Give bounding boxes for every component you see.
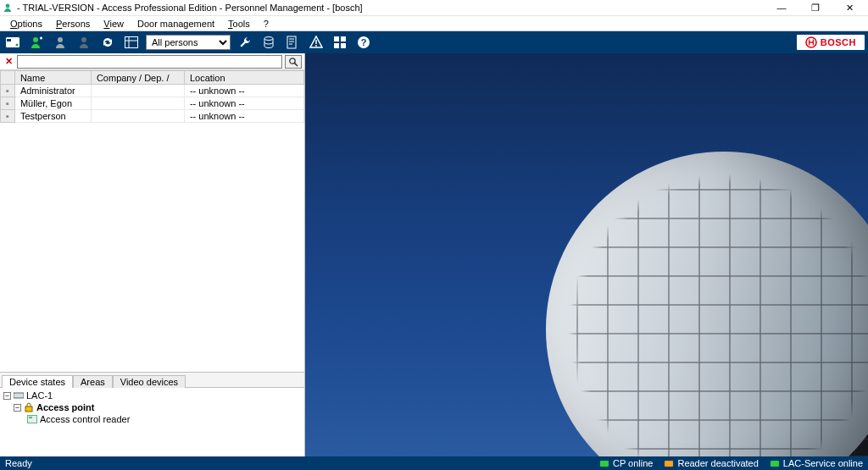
help-icon[interactable]: ? [354,34,373,51]
tree-leaf[interactable]: Access control reader [3,413,301,425]
svg-line-28 [295,63,298,65]
search-input[interactable] [17,55,282,69]
status-reader-label: Reader deactivated [677,458,758,468]
svg-rect-17 [334,36,339,41]
bottom-panel: Device states Areas Video devices − LAC-… [0,372,304,456]
tree-node[interactable]: − Access point [3,401,301,413]
svg-rect-26 [809,41,814,42]
reader-icon [27,414,37,424]
svg-point-3 [16,44,19,47]
magnifier-icon [288,57,298,67]
tab-video-devices[interactable]: Video devices [113,375,186,388]
cell-name: Administrator [14,85,91,97]
svg-rect-29 [14,393,24,398]
svg-text:?: ? [361,37,367,47]
tree-collapse-icon[interactable]: − [3,392,11,400]
menu-view[interactable]: View [97,17,131,30]
col-location-header[interactable]: Location [184,71,303,85]
app-icon [2,2,14,14]
table-header-row: Name Company / Dep. / Location [1,71,304,85]
alert-icon[interactable] [307,34,326,51]
search-button[interactable] [285,55,302,69]
database-icon[interactable] [259,34,278,51]
left-panel: ✕ Name Company / Dep. / Location [0,53,305,456]
svg-rect-19 [334,43,339,48]
menu-persons[interactable]: Persons [49,17,97,30]
table-row[interactable]: ▪ Müller, Egon -- unknown -- [1,97,304,110]
led-green-icon [600,461,609,467]
grid-icon[interactable] [331,34,349,51]
card-icon[interactable] [3,34,22,51]
add-person-icon[interactable] [27,34,46,51]
lock-icon [24,402,34,412]
svg-point-0 [6,4,10,8]
layout-icon[interactable] [122,34,141,51]
svg-rect-30 [25,406,32,412]
svg-point-27 [290,58,295,63]
menu-bar: Options Persons View Door management Too… [0,16,868,31]
status-bar: Ready CP online Reader deactivated LAC-S… [0,456,868,470]
row-marker-header[interactable] [1,71,15,85]
window-controls: — ❐ ✕ [765,0,866,16]
status-lac-label: LAC-Service online [783,458,863,468]
row-marker[interactable]: ▪ [1,97,15,110]
table-row[interactable]: ▪ Testperson -- unknown -- [1,110,304,123]
col-company-header[interactable]: Company / Dep. / [91,71,184,85]
main-area: ✕ Name Company / Dep. / Location [0,53,868,456]
col-name-header[interactable]: Name [14,71,91,85]
svg-point-16 [315,45,317,47]
person-filter-select[interactable]: All persons [146,35,231,50]
search-row: ✕ [0,53,304,70]
svg-rect-1 [6,37,20,48]
brand-text: BOSCH [821,37,856,47]
device-tree[interactable]: − LAC-1 − Access point [0,388,304,456]
title-bar: - TRIAL-VERSION - Access Professional Ed… [0,0,868,16]
person-grey-icon[interactable] [51,34,70,51]
window-title: - TRIAL-VERSION - Access Professional Ed… [17,3,765,13]
tab-device-states[interactable]: Device states [2,375,73,388]
preview-pane [305,53,868,456]
bosch-ring-icon [805,36,817,48]
menu-tools[interactable]: Tools [221,17,257,30]
cell-company [91,85,184,97]
controller-icon [14,390,24,401]
bottom-tabs: Device states Areas Video devices [0,373,304,388]
row-marker[interactable]: ▪ [1,110,15,123]
cell-location: -- unknown -- [184,110,303,123]
tree-root-label: LAC-1 [26,390,53,401]
menu-help[interactable]: ? [257,17,275,30]
status-ready: Ready [5,458,32,468]
person-table: Name Company / Dep. / Location ▪ Adminis… [0,70,304,123]
tree-root[interactable]: − LAC-1 [3,390,301,401]
toolbar: All persons ? BOSCH [0,31,868,53]
svg-point-5 [58,37,63,42]
status-cp-label: CP online [613,458,654,468]
menu-door-management[interactable]: Door management [131,17,221,30]
maximize-button[interactable]: ❐ [798,0,832,16]
svg-point-4 [33,37,38,42]
led-orange-icon [665,461,673,467]
cell-name: Testperson [14,110,91,123]
svg-rect-32 [29,417,32,418]
cell-location: -- unknown -- [184,85,303,97]
cell-company [91,97,184,110]
led-green-icon [771,461,779,467]
refresh-icon[interactable] [98,34,117,51]
wrench-icon[interactable] [236,34,254,51]
tree-collapse-icon[interactable]: − [14,404,21,412]
cell-location: -- unknown -- [184,97,303,110]
minimize-button[interactable]: — [765,0,798,16]
table-row[interactable]: ▪ Administrator -- unknown -- [1,85,304,97]
tab-areas[interactable]: Areas [73,375,113,388]
cell-company [91,110,184,123]
row-marker[interactable]: ▪ [1,85,15,97]
menu-options[interactable]: Options [3,17,49,30]
svg-rect-20 [341,43,346,48]
svg-point-6 [81,37,86,42]
person-dark-icon[interactable] [75,34,93,51]
person-list[interactable]: Name Company / Dep. / Location ▪ Adminis… [0,70,304,372]
brand-logo: BOSCH [797,35,865,50]
report-icon[interactable] [283,34,302,51]
close-button[interactable]: ✕ [832,0,866,16]
clear-search-button[interactable]: ✕ [3,56,14,68]
